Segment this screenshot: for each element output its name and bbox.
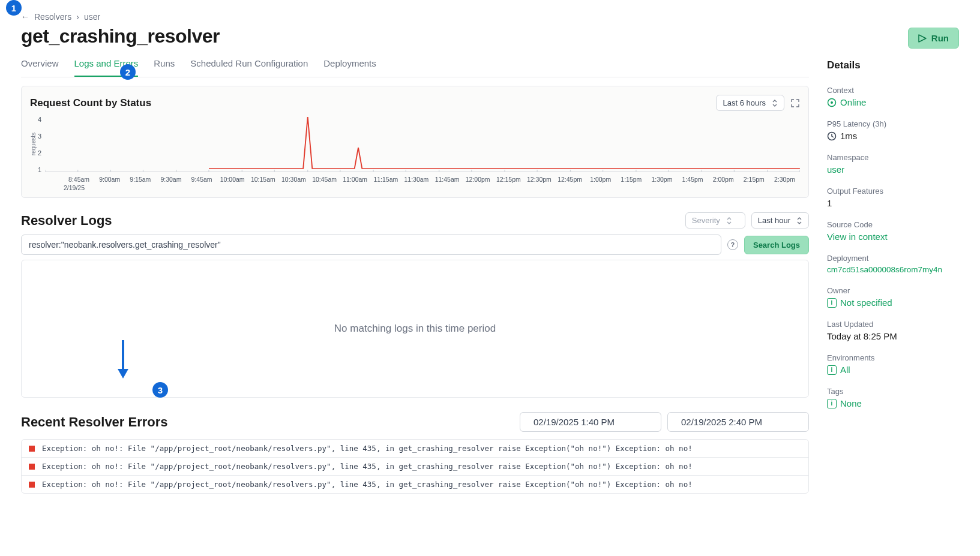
p95-label: P95 Latency (3h) — [827, 119, 959, 128]
time-range-value: Last 6 hours — [723, 98, 766, 107]
chart-card: Request Count by Status Last 6 hours req… — [21, 86, 809, 198]
x-tick: 2:15pm — [739, 176, 769, 183]
x-tick: 9:45am — [187, 176, 217, 183]
environments-label: Environments — [827, 353, 959, 362]
svg-point-28 — [831, 101, 833, 104]
details-title: Details — [827, 59, 959, 71]
x-tick: 9:15am — [125, 176, 155, 183]
x-tick: 9:00am — [94, 176, 125, 183]
x-tick: 12:30pm — [524, 176, 555, 183]
svg-marker-2 — [919, 35, 926, 42]
context-label: Context — [827, 86, 959, 95]
annotation-badge-1: 1 — [6, 0, 22, 16]
errors-title: Recent Resolver Errors — [21, 414, 168, 430]
error-severity-icon — [29, 464, 35, 470]
output-features-value: 1 — [827, 198, 959, 208]
annotation-arrow-icon — [114, 339, 132, 381]
play-icon — [918, 34, 927, 43]
x-tick: 10:30am — [278, 176, 309, 183]
x-tick: 12:00pm — [463, 176, 493, 183]
back-icon[interactable]: ← — [21, 12, 29, 22]
info-icon: i — [827, 298, 837, 308]
tab-deployments[interactable]: Deployments — [323, 58, 376, 77]
owner-value[interactable]: i Not specified — [827, 297, 959, 308]
tags-value[interactable]: i None — [827, 398, 959, 408]
breadcrumb: ← Resolvers › user — [21, 12, 959, 22]
y-tick: 1 — [38, 166, 41, 173]
context-value: Online — [827, 97, 959, 107]
help-icon[interactable]: ? — [727, 239, 738, 250]
time-range-select[interactable]: Last 6 hours — [716, 95, 784, 111]
deployment-link[interactable]: cm7cd51sa000008s6rom7my4n — [827, 265, 959, 274]
breadcrumb-root[interactable]: Resolvers — [34, 12, 71, 22]
annotation-badge-3: 3 — [152, 382, 168, 398]
y-axis-label: requests — [30, 133, 37, 155]
tab-overview[interactable]: Overview — [21, 58, 59, 77]
y-tick: 3 — [38, 133, 41, 140]
errors-from-input[interactable] — [520, 412, 661, 432]
error-row[interactable]: Exception: oh no!: File "/app/project_ro… — [22, 476, 808, 493]
last-updated-value: Today at 8:25 PM — [827, 331, 959, 341]
info-icon: i — [827, 399, 837, 408]
output-features-label: Output Features — [827, 187, 959, 196]
tags-label: Tags — [827, 387, 959, 396]
tab-runs[interactable]: Runs — [154, 58, 175, 77]
error-row[interactable]: Exception: oh no!: File "/app/project_ro… — [22, 458, 808, 476]
info-icon: i — [827, 365, 837, 375]
select-chevron-icon — [726, 217, 732, 224]
chart-title: Request Count by Status — [30, 97, 151, 109]
y-axis: 4 3 2 1 — [38, 116, 45, 173]
x-tick: 1:00pm — [585, 176, 616, 183]
x-tick: 11:45am — [432, 176, 463, 183]
chart-plot[interactable] — [45, 115, 800, 172]
tabs: Overview Logs and Errors Runs Scheduled … — [21, 58, 809, 77]
source-code-label: Source Code — [827, 220, 959, 229]
last-updated-label: Last Updated — [827, 320, 959, 329]
source-code-link[interactable]: View in context — [827, 232, 959, 242]
page-title: get_crashing_resolver — [21, 25, 959, 47]
chart-line — [45, 115, 800, 172]
owner-label: Owner — [827, 286, 959, 295]
x-tick: 8:45am — [64, 176, 94, 183]
clock-icon — [827, 131, 837, 141]
x-tick: 1:45pm — [678, 176, 708, 183]
p95-value: 1ms — [827, 131, 959, 141]
errors-table: Exception: oh no!: File "/app/project_ro… — [21, 439, 809, 494]
logs-title: Resolver Logs — [21, 213, 112, 229]
namespace-label: Namespace — [827, 153, 959, 162]
select-chevron-icon — [772, 100, 778, 107]
errors-to-input[interactable] — [667, 412, 809, 432]
x-tick: 11:15am — [370, 176, 401, 183]
chevron-right-icon: › — [76, 12, 79, 22]
environments-value[interactable]: i All — [827, 365, 959, 375]
logs-range-select[interactable]: Last hour — [751, 212, 809, 229]
x-axis-date: 2/19/25 — [30, 184, 800, 191]
annotation-badge-2: 2 — [120, 64, 136, 80]
severity-select[interactable]: Severity — [685, 212, 745, 229]
y-tick: 4 — [38, 116, 41, 123]
run-button[interactable]: Run — [908, 28, 959, 49]
expand-icon[interactable] — [790, 98, 800, 108]
x-tick: 10:45am — [309, 176, 340, 183]
x-tick: 10:00am — [217, 176, 248, 183]
error-severity-icon — [29, 446, 35, 452]
error-severity-icon — [29, 482, 35, 488]
deployment-label: Deployment — [827, 254, 959, 263]
tab-scheduled-run-config[interactable]: Scheduled Run Configuration — [190, 58, 308, 77]
x-tick: 10:15am — [248, 176, 278, 183]
x-tick: 1:15pm — [616, 176, 646, 183]
x-tick: 2:30pm — [769, 176, 800, 183]
run-button-label: Run — [931, 33, 949, 43]
y-tick: 2 — [38, 149, 41, 157]
x-axis: 8:45am 9:00am 9:15am 9:30am 9:45am 10:00… — [30, 176, 800, 183]
x-tick: 12:45pm — [555, 176, 585, 183]
log-query-input[interactable] — [21, 235, 721, 255]
error-row[interactable]: Exception: oh no!: File "/app/project_ro… — [22, 440, 808, 458]
error-message: Exception: oh no!: File "/app/project_ro… — [42, 480, 693, 489]
x-tick: 11:00am — [340, 176, 370, 183]
search-logs-button[interactable]: Search Logs — [744, 236, 809, 254]
logs-empty-state: No matching logs in this time period — [21, 260, 809, 398]
online-icon — [827, 98, 837, 107]
breadcrumb-leaf[interactable]: user — [84, 12, 100, 22]
namespace-value[interactable]: user — [827, 164, 959, 175]
